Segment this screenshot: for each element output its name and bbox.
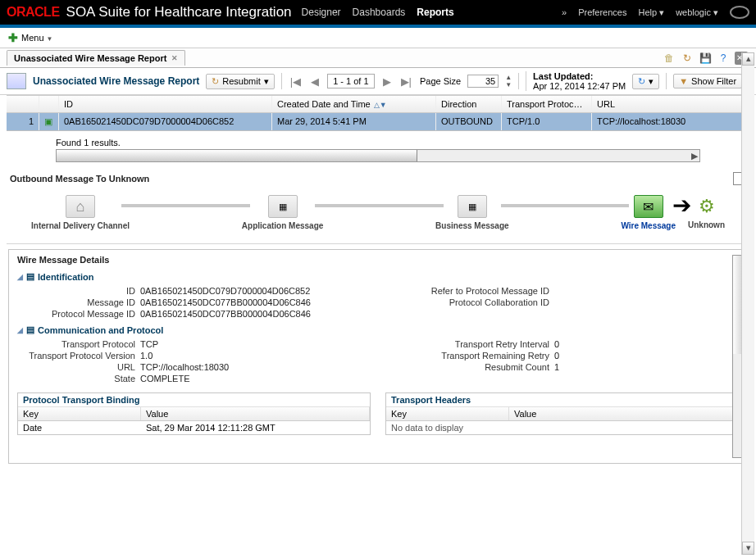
wire-message-details: Wire Message Details ◢▤Identification ID… bbox=[8, 249, 748, 464]
tab-label: Unassociated Wire Message Report bbox=[14, 53, 166, 63]
last-page-icon[interactable]: ▶| bbox=[399, 75, 413, 88]
envelope-icon: ✉ bbox=[634, 195, 663, 218]
flow-connector bbox=[501, 204, 630, 207]
close-icon[interactable]: ✕ bbox=[171, 54, 178, 62]
protocol-transport-binding-panel: Protocol Transport Binding KeyValue Date… bbox=[17, 392, 371, 435]
flow-wire-message[interactable]: ✉ Wire Message bbox=[621, 195, 676, 230]
flow-business-message[interactable]: ▦ Business Message bbox=[435, 195, 509, 230]
top-nav: Designer Dashboards Reports bbox=[302, 7, 454, 18]
preferences-link[interactable]: Preferences bbox=[578, 7, 626, 17]
status-icon bbox=[730, 6, 749, 19]
save-icon[interactable]: 💾 bbox=[699, 52, 712, 65]
col-created[interactable]: Created Date and Time△▼ bbox=[272, 96, 436, 112]
communication-section-header[interactable]: ◢▤Communication and Protocol bbox=[17, 324, 739, 335]
flow-application-message[interactable]: ▦ Application Message bbox=[242, 195, 323, 230]
horizontal-scrollbar[interactable]: ◀▶ bbox=[56, 149, 700, 162]
business-message-icon: ▦ bbox=[458, 195, 487, 218]
show-filter-button[interactable]: ▼Show Filter bbox=[673, 74, 742, 88]
report-icon bbox=[7, 73, 26, 89]
row-direction: OUTBOUND bbox=[436, 113, 502, 130]
details-title: Wire Message Details bbox=[17, 255, 739, 265]
identification-section-header[interactable]: ◢▤Identification bbox=[17, 271, 739, 282]
menu-bar: ✚ Menu▼ bbox=[0, 28, 756, 48]
help-menu[interactable]: Help ▾ bbox=[638, 7, 664, 18]
page-vertical-scrollbar[interactable]: ▴ ▾ bbox=[741, 52, 754, 555]
oracle-logo: ORACLE bbox=[7, 5, 60, 20]
col-id[interactable]: ID bbox=[59, 96, 272, 112]
flow-internal-delivery-channel[interactable]: ⌂ Internal Delivery Channel bbox=[31, 195, 130, 230]
global-header: ORACLE SOA Suite for Healthcare Integrat… bbox=[0, 0, 756, 25]
page-size-label: Page Size bbox=[420, 76, 461, 86]
no-data-message: No data to display bbox=[386, 421, 468, 434]
row-transport: TCP/1.0 bbox=[502, 113, 592, 130]
flow-connector bbox=[121, 204, 250, 207]
col-url[interactable]: URL bbox=[592, 96, 749, 112]
tab-unassociated-wire-message-report[interactable]: Unassociated Wire Message Report ✕ bbox=[7, 50, 185, 66]
nav-dashboards[interactable]: Dashboards bbox=[353, 7, 406, 18]
report-title: Unassociated Wire Message Report bbox=[33, 75, 199, 87]
pager-display: 1 - 1 of 1 bbox=[327, 74, 374, 88]
sort-icon[interactable]: △▼ bbox=[374, 101, 387, 109]
doc-icon: ▤ bbox=[26, 271, 34, 282]
collapse-icon: ◢ bbox=[17, 273, 23, 281]
first-page-icon[interactable]: |◀ bbox=[289, 75, 303, 88]
table-row[interactable]: DateSat, 29 Mar 2014 12:11:28 GMT bbox=[18, 421, 370, 434]
page-size-input[interactable] bbox=[467, 75, 499, 88]
col-direction[interactable]: Direction bbox=[436, 96, 502, 112]
menu-dropdown[interactable]: Menu▼ bbox=[21, 33, 52, 43]
page-size-stepper-icon[interactable]: ▲▼ bbox=[505, 74, 512, 88]
prev-page-icon[interactable]: ◀ bbox=[309, 75, 321, 88]
flow-unknown[interactable]: ⚙ Unknown bbox=[688, 196, 725, 229]
row-number: 1 bbox=[7, 113, 39, 130]
grid-header-row: ID Created Date and Time△▼ Direction Tra… bbox=[7, 95, 749, 113]
suite-title: SOA Suite for Healthcare Integration bbox=[66, 4, 292, 20]
house-icon: ⌂ bbox=[66, 195, 95, 218]
table-row[interactable]: 1 ▣ 0AB165021450DC079D7000004D06C852 Mar… bbox=[7, 113, 749, 131]
nav-designer[interactable]: Designer bbox=[302, 7, 341, 18]
flow-title: Outbound Message To Unknown bbox=[0, 167, 756, 187]
results-count: Found 1 results. bbox=[7, 131, 749, 149]
refresh-button[interactable]: ↻▾ bbox=[632, 74, 659, 89]
tab-bar: Unassociated Wire Message Report ✕ 🗑 ↻ 💾… bbox=[0, 48, 756, 68]
next-page-icon[interactable]: ▶ bbox=[381, 75, 393, 88]
purge-icon[interactable]: 🗑 bbox=[663, 52, 676, 65]
app-message-icon: ▦ bbox=[268, 195, 298, 218]
scroll-up-icon[interactable]: ▴ bbox=[742, 52, 754, 66]
resubmit-button[interactable]: ↻Resubmit▾ bbox=[206, 74, 274, 89]
flow-connector bbox=[315, 204, 444, 207]
col-transport[interactable]: Transport Protocol/Version bbox=[502, 96, 592, 112]
results-grid: ID Created Date and Time△▼ Direction Tra… bbox=[7, 95, 749, 162]
row-created: Mar 29, 2014 5:41 PM bbox=[272, 113, 436, 130]
gear-icon: ⚙ bbox=[699, 196, 715, 217]
nav-reports[interactable]: Reports bbox=[417, 7, 453, 18]
report-toolbar: Unassociated Wire Message Report ↻Resubm… bbox=[0, 68, 756, 95]
nav-forward-icon[interactable]: » bbox=[562, 7, 567, 17]
scroll-down-icon[interactable]: ▾ bbox=[742, 542, 754, 555]
row-url: TCP://localhost:18030 bbox=[592, 113, 749, 130]
resubmit-icon[interactable]: ↻ bbox=[681, 52, 694, 65]
message-flow: ⌂ Internal Delivery Channel ▦ Applicatio… bbox=[7, 187, 749, 244]
help-icon[interactable]: ? bbox=[717, 52, 730, 65]
transport-headers-panel: Transport Headers KeyValue No data to di… bbox=[385, 392, 739, 435]
collapse-icon: ◢ bbox=[17, 326, 23, 334]
row-status-icon: ▣ bbox=[39, 113, 59, 130]
row-id: 0AB165021450DC079D7000004D06C852 bbox=[59, 113, 272, 130]
doc-icon: ▤ bbox=[26, 324, 34, 335]
user-menu[interactable]: weblogic ▾ bbox=[676, 7, 718, 18]
last-updated: Last Updated: Apr 12, 2014 12:47 PM bbox=[526, 71, 626, 91]
plus-icon: ✚ bbox=[8, 31, 18, 44]
